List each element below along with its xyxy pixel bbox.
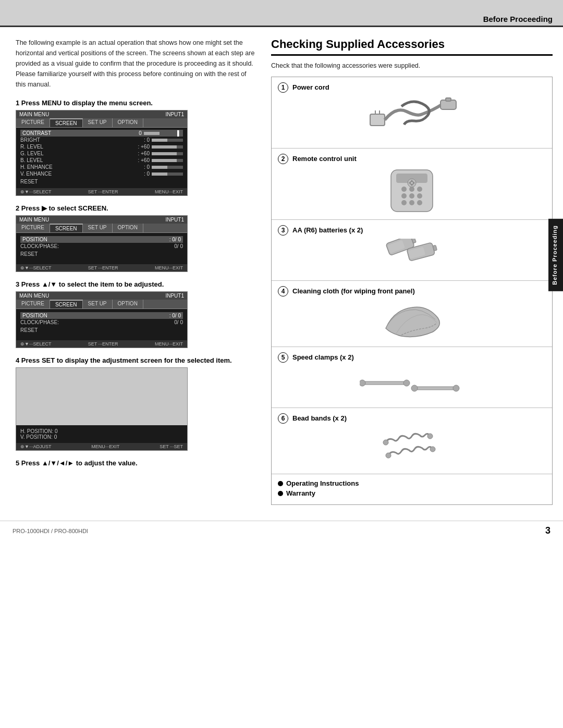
step-2-block: 2 Press ▶ to select SCREEN. MAIN MENU IN… <box>16 204 255 272</box>
step-4-screen: H. POSITION: 0 V. POSITION: 0 ⊕▼···ADJUS… <box>16 367 188 451</box>
svg-point-15 <box>417 200 422 205</box>
menu-body-1: CONTRAST 0 ▌ BRIGHT : 0 <box>16 128 187 188</box>
svg-point-34 <box>427 434 433 439</box>
main-content: The following example is an actual opera… <box>0 27 563 515</box>
side-tab: Before Proceeding <box>548 219 563 291</box>
bead-bands-illustration <box>375 427 448 468</box>
tab-screen-3: SCREEN <box>50 300 83 309</box>
header-title: Before Proceeding <box>483 15 553 23</box>
svg-point-31 <box>411 385 418 391</box>
accessory-6-num: 6 <box>278 413 288 424</box>
step-3-screen: MAIN MENU INPUT1 PICTURE SCREEN SET UP O… <box>16 291 188 348</box>
power-cord-illustration <box>365 96 459 143</box>
menu-footer-3: ⊕▼···SELECT SET ···ENTER MENU···EXIT <box>16 340 187 348</box>
menu-footer-1: ⊕▼···SELECT SET ···ENTER MENU···EXIT <box>16 188 187 195</box>
pos-menu-body-3: POSITION : 0/ 0 CLOCK/PHASE: 0/ 0 RESET <box>16 309 187 340</box>
section-title: Checking Supplied Accessories <box>271 38 553 56</box>
accessory-5-num: 5 <box>278 352 288 363</box>
menu-tabs-2: PICTURE SCREEN SET UP OPTION <box>16 224 187 233</box>
accessory-1-num: 1 <box>278 82 288 93</box>
svg-rect-30 <box>414 387 456 390</box>
cleaning-cloth-illustration <box>375 300 448 341</box>
accessory-2-image <box>278 167 546 214</box>
menu-row-blevel: B. LEVEL : +60 <box>20 157 183 164</box>
svg-rect-4 <box>446 98 451 101</box>
tab-setup-2: SET UP <box>83 224 113 232</box>
left-column: The following example is an actual opera… <box>16 38 255 505</box>
svg-point-7 <box>401 187 407 192</box>
tab-picture-3: PICTURE <box>16 300 50 309</box>
pos-row-position-2: POSITION : 0/ 0 <box>20 236 183 243</box>
tab-screen-inactive: SCREEN <box>50 118 83 127</box>
tab-setup-3: SET UP <box>83 300 113 309</box>
menu-row-bright: BRIGHT : 0 <box>20 137 183 143</box>
menu-footer-2: ⊕▼···SELECT SET ···ENTER MENU···EXIT <box>16 264 187 272</box>
accessory-4-name: Cleaning cloth (for wiping front panel) <box>292 286 415 297</box>
remote-control-illustration <box>370 167 454 214</box>
menu-title-bar-2: MAIN MENU INPUT1 <box>16 216 187 224</box>
menu-row-contrast: CONTRAST 0 ▌ <box>20 130 183 137</box>
accessory-3-row: 3 AA (R6) batteries (x 2) <box>272 220 552 281</box>
accessory-4-row: 4 Cleaning cloth (for wiping front panel… <box>272 281 552 347</box>
menu-title-bar-1: MAIN MENU INPUT1 <box>16 110 187 118</box>
accessory-1-name: Power cord <box>292 82 329 93</box>
step-4-heading: 4 Press SET to display the adjustment sc… <box>16 356 255 364</box>
menu-row-venhance: V. ENHANCE : 0 <box>20 170 183 177</box>
accessory-3-name: AA (R6) batteries (x 2) <box>292 225 363 236</box>
accessory-2-name: Remote control unit <box>292 154 357 164</box>
svg-point-32 <box>453 385 459 391</box>
bullet-items: Operating Instructions Warranty <box>272 474 552 504</box>
pos-menu-body-2: POSITION : 0/ 0 CLOCK/PHASE: 0/ 0 RESET <box>16 233 187 264</box>
bullet-item-operating: Operating Instructions <box>278 479 546 487</box>
accessory-3-num: 3 <box>278 225 288 236</box>
menu-reset-2: RESET <box>20 250 183 258</box>
large-screen-body <box>16 368 187 425</box>
tab-option-3: OPTION <box>113 300 143 309</box>
accessory-5-label: 5 Speed clamps (x 2) <box>278 352 546 363</box>
svg-point-35 <box>386 453 391 458</box>
svg-rect-0 <box>370 114 385 126</box>
accessories-box: 1 Power cord <box>271 77 553 505</box>
pos-row-clock-2: CLOCK/PHASE: 0/ 0 <box>20 243 183 250</box>
tab-option: OPTION <box>113 118 143 127</box>
tab-option-2: OPTION <box>113 224 143 232</box>
large-screen-info: H. POSITION: 0 V. POSITION: 0 <box>16 425 187 443</box>
accessory-6-row: 6 Bead bands (x 2) <box>272 408 552 474</box>
pos-row-clock-3: CLOCK/PHASE: 0/ 0 <box>20 319 183 326</box>
menu-reset-1: RESET <box>20 177 183 186</box>
accessory-5-image <box>278 366 546 402</box>
accessory-1-row: 1 Power cord <box>272 77 552 149</box>
intro-text: The following example is an actual opera… <box>16 38 255 90</box>
accessory-2-num: 2 <box>278 154 288 164</box>
menu-row-rlevel: R. LEVEL : +60 <box>20 143 183 150</box>
svg-point-11 <box>409 193 414 199</box>
header-bar: Before Proceeding <box>0 0 563 27</box>
accessory-3-image <box>278 239 546 275</box>
step-5-block: 5 Press ▲/▼/◄/► to adjust the value. <box>16 459 255 467</box>
accessory-4-image <box>278 300 546 341</box>
menu-tabs-3: PICTURE SCREEN SET UP OPTION <box>16 300 187 309</box>
menu-row-glevel: G. LEVEL : +60 <box>20 150 183 157</box>
svg-point-33 <box>383 440 388 445</box>
accessory-1-label: 1 Power cord <box>278 82 546 93</box>
accessory-5-name: Speed clamps (x 2) <box>292 352 354 363</box>
right-column: Checking Supplied Accessories Check that… <box>271 38 553 505</box>
svg-point-14 <box>409 200 414 205</box>
bullet-dot-2 <box>278 491 283 496</box>
accessory-6-image <box>278 427 546 468</box>
footer-row: PRO-1000HDI / PRO-800HDI 3 <box>0 521 563 540</box>
tab-picture-2: PICTURE <box>16 224 50 232</box>
svg-point-10 <box>401 193 407 199</box>
step-1-screen: MAIN MENU INPUT1 PICTURE SCREEN SET UP O… <box>16 110 188 196</box>
svg-point-12 <box>417 193 422 199</box>
step-2-heading: 2 Press ▶ to select SCREEN. <box>16 204 255 212</box>
menu-title-bar-3: MAIN MENU INPUT1 <box>16 292 187 300</box>
page-number: 3 <box>545 525 550 536</box>
section-intro: Check that the following accessories wer… <box>271 62 553 69</box>
svg-point-13 <box>401 200 407 205</box>
tab-screen-2: SCREEN <box>50 224 83 232</box>
tab-setup: SET UP <box>83 118 113 127</box>
accessory-2-row: 2 Remote control unit <box>272 149 552 220</box>
accessory-3-label: 3 AA (R6) batteries (x 2) <box>278 225 546 236</box>
accessory-4-label: 4 Cleaning cloth (for wiping front panel… <box>278 286 546 297</box>
